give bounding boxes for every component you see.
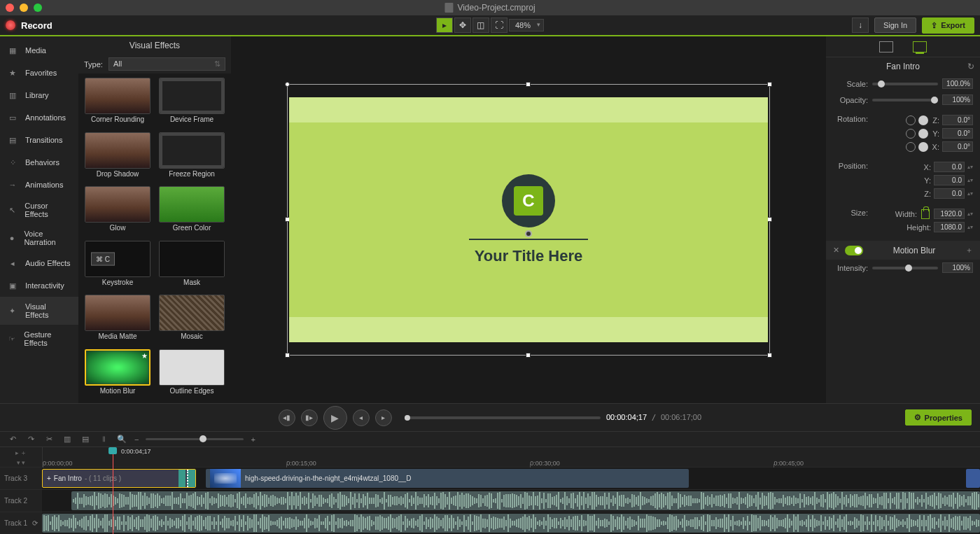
clip-intro[interactable]: + Fan Intro - ( 11 clips ) — [42, 469, 196, 488]
track-1-head[interactable]: Track 1⟳ — [0, 512, 42, 534]
tab-visual[interactable] — [879, 41, 893, 52]
playhead[interactable]: 0:00:04;17 — [113, 447, 113, 534]
close-window[interactable] — [6, 3, 14, 12]
sidebar-item-interactivity[interactable]: ▣Interactivity — [0, 274, 78, 297]
opacity-slider[interactable] — [872, 99, 938, 101]
stepper-icon[interactable]: ▴▾ — [967, 224, 973, 230]
sidebar-item-voice-narration[interactable]: ●Voice Narration — [0, 224, 78, 252]
rotate-icon[interactable] — [906, 115, 916, 125]
zoom-out[interactable]: − — [134, 435, 139, 444]
remove-effect[interactable]: ✕ — [833, 246, 839, 255]
height-value[interactable]: 1080.0 — [934, 222, 965, 232]
cut-button[interactable]: ✂ — [43, 434, 55, 445]
sidebar-item-cursor-effects[interactable]: ↖Cursor Effects — [0, 196, 78, 224]
maximize-window[interactable] — [34, 3, 42, 12]
add-effect[interactable]: ＋ — [965, 245, 973, 255]
handle-tr[interactable] — [767, 82, 772, 87]
clip-end[interactable] — [966, 469, 980, 488]
effect-outline-edges[interactable]: Outline Edges — [157, 349, 227, 400]
scrub-bar[interactable] — [405, 416, 601, 419]
pan-tool[interactable]: ✥ — [454, 17, 471, 33]
sidebar-item-annotations[interactable]: ▭Annotations — [0, 106, 78, 129]
rotation-handle[interactable] — [525, 230, 532, 237]
signin-button[interactable]: Sign In — [874, 17, 916, 33]
stepper-icon[interactable]: ▴▾ — [967, 211, 973, 217]
prev-marker[interactable]: ◂ — [353, 409, 370, 426]
effect-mask[interactable]: Mask — [157, 241, 227, 291]
next-frame[interactable]: ▮▸ — [301, 409, 318, 426]
sidebar-item-favorites[interactable]: ★Favorites — [0, 62, 78, 84]
split-button[interactable]: ⦀ — [98, 434, 109, 445]
track-1-body[interactable] — [42, 512, 980, 534]
scale-value[interactable]: 100.0% — [942, 78, 973, 89]
zoom-select[interactable]: 48% — [509, 19, 544, 31]
sidebar-item-library[interactable]: ▥Library — [0, 84, 78, 106]
handle-tl[interactable] — [285, 82, 290, 87]
handle-bl[interactable] — [285, 353, 290, 358]
add-track-icon-bot[interactable]: ▾ ▾ — [17, 459, 26, 466]
track-3-head[interactable]: Track 3 — [0, 468, 42, 489]
share-button[interactable]: ↓ — [852, 17, 869, 33]
effect-drop-shadow[interactable]: Drop Shadow — [83, 132, 153, 183]
scale-slider[interactable] — [872, 83, 938, 85]
effect-motion-blur[interactable]: ★Motion Blur — [83, 349, 153, 400]
clip-audio-1[interactable] — [42, 514, 980, 533]
paste-button[interactable]: ▤ — [80, 434, 91, 445]
sidebar-item-transitions[interactable]: ▤Transitions — [0, 129, 78, 151]
effect-green-color[interactable]: Green Color — [157, 186, 227, 237]
effect-media-matte[interactable]: Media Matte — [83, 295, 153, 345]
sidebar-item-media[interactable]: ▦Media — [0, 39, 78, 62]
axis-value[interactable]: 0.0° — [942, 141, 973, 152]
transform-tool[interactable]: ⛶ — [491, 17, 507, 33]
prev-frame[interactable]: ◂▮ — [279, 409, 295, 426]
zoom-icon[interactable]: 🔍 — [116, 434, 127, 445]
effect-mosaic[interactable]: Mosaic — [157, 295, 227, 345]
type-select[interactable]: All ⇅ — [108, 57, 225, 71]
expand-icon[interactable]: + — [47, 475, 51, 482]
export-button[interactable]: ⇪ Export — [922, 17, 974, 34]
intensity-value[interactable]: 100% — [942, 262, 973, 273]
minimize-window[interactable] — [20, 3, 28, 12]
play-button[interactable]: ▶ — [323, 406, 347, 430]
axis-value[interactable]: 0.0 — [934, 175, 965, 185]
stepper-icon[interactable]: ▴▾ — [967, 190, 973, 197]
intensity-slider[interactable] — [872, 267, 938, 269]
clip-audio-2[interactable] — [71, 491, 980, 510]
stepper-icon[interactable]: ▴▾ — [967, 177, 973, 183]
axis-value[interactable]: 0.0 — [934, 162, 965, 172]
reset-button[interactable]: ↻ — [967, 62, 974, 71]
handle-br[interactable] — [767, 353, 772, 358]
effect-device-frame[interactable]: Device Frame — [157, 78, 227, 128]
effect-glow[interactable]: Glow — [83, 186, 153, 237]
sidebar-item-audio-effects[interactable]: ◂Audio Effects — [0, 252, 78, 274]
track-3-body[interactable]: + Fan Intro - ( 11 clips ) high-speed-dr… — [42, 468, 980, 489]
selection-box[interactable]: C Your Title Here — [287, 84, 770, 356]
opacity-value[interactable]: 100% — [942, 94, 973, 105]
sidebar-item-behaviors[interactable]: ⁘Behaviors — [0, 151, 78, 174]
clip-video[interactable]: high-speed-driving-in-the-night_e4mj4wtz… — [206, 469, 689, 488]
width-value[interactable]: 1920.0 — [934, 209, 965, 219]
axis-value[interactable]: 0.0° — [942, 128, 973, 139]
handle-tm[interactable] — [526, 82, 531, 87]
canvas-area[interactable]: C Your Title Here — [231, 36, 826, 403]
properties-button[interactable]: ⚙ Properties — [905, 409, 972, 426]
sidebar-item-gesture-effects[interactable]: ☞Gesture Effects — [0, 325, 78, 353]
axis-value[interactable]: 0.0 — [934, 188, 965, 199]
effect-freeze-region[interactable]: Freeze Region — [157, 132, 227, 183]
rotate-icon[interactable] — [906, 142, 916, 152]
effect-toggle[interactable] — [845, 246, 863, 255]
track-2-head[interactable]: Track 2 — [0, 490, 42, 512]
copy-button[interactable]: ▥ — [62, 434, 73, 445]
tab-video[interactable] — [913, 41, 927, 52]
axis-value[interactable]: 0.0° — [942, 115, 973, 125]
rotate-icon[interactable] — [906, 129, 916, 139]
sidebar-item-animations[interactable]: →Animations — [0, 174, 78, 196]
lock-icon[interactable] — [921, 209, 930, 219]
record-button[interactable]: Record — [6, 20, 52, 31]
effect-corner-rounding[interactable]: Corner Rounding — [83, 78, 153, 128]
add-track-icon-top[interactable]: ▸ ＋ — [15, 449, 27, 458]
stepper-icon[interactable]: ▴▾ — [967, 164, 973, 170]
select-tool[interactable]: ▸ — [436, 17, 453, 33]
redo-button[interactable]: ↷ — [25, 434, 36, 445]
effect-keystroke[interactable]: ⌘ CKeystroke — [83, 241, 153, 291]
